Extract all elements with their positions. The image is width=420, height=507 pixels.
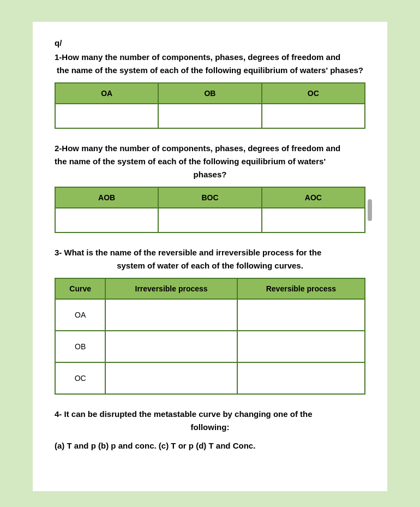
question-3: 3- What is the name of the reversible an… bbox=[55, 246, 365, 395]
table-row: OA bbox=[55, 299, 365, 331]
q3-line1: What is the name of the reversible and i… bbox=[62, 248, 321, 257]
q2-table: AOB BOC AOC bbox=[55, 187, 365, 233]
question-4: 4- It can be disrupted the metastable cu… bbox=[55, 408, 365, 452]
q3-row1-irreversible bbox=[105, 299, 237, 331]
q1-line1: How many the number of components, phase… bbox=[62, 52, 340, 62]
q3-line2: system of water of each of the following… bbox=[55, 259, 365, 272]
q3-row1-curve: OA bbox=[55, 299, 105, 331]
scrollbar[interactable] bbox=[368, 199, 372, 221]
q4-options: (a) T and p (b) p and conc. (c) T or p (… bbox=[55, 439, 365, 452]
q3-col3-header: Reversible process bbox=[237, 278, 365, 299]
q2-col2-header: BOC bbox=[158, 187, 261, 208]
q1-number: 1- bbox=[55, 52, 62, 62]
q3-row3-reversible bbox=[237, 362, 365, 394]
q1-col1-header: OA bbox=[55, 83, 158, 104]
q3-col1-header: Curve bbox=[55, 278, 105, 299]
q4-number: 4- bbox=[55, 409, 62, 419]
q1-cell-2 bbox=[158, 104, 261, 128]
question-1: 1-How many the number of components, pha… bbox=[55, 51, 365, 129]
table-row: OB bbox=[55, 331, 365, 362]
q4-line1: It can be disrupted the metastable curve… bbox=[62, 409, 312, 419]
q2-col1-header: AOB bbox=[55, 187, 158, 208]
q1-cell-1 bbox=[55, 104, 158, 128]
q2-cell-3 bbox=[262, 208, 365, 232]
q3-row3-curve: OC bbox=[55, 362, 105, 394]
q2-line2: the name of the system of each of the fo… bbox=[55, 157, 326, 166]
table-row: OC bbox=[55, 362, 365, 394]
q3-row1-reversible bbox=[237, 299, 365, 331]
question-1-text: 1-How many the number of components, pha… bbox=[55, 51, 365, 77]
q1-line2: the name of the system of each of the fo… bbox=[55, 64, 365, 77]
q3-table: Curve Irreversible process Reversible pr… bbox=[55, 278, 365, 395]
q3-number: 3- bbox=[55, 248, 62, 257]
q2-number: 2- bbox=[55, 144, 62, 153]
content-area: q/ 1-How many the number of components, … bbox=[33, 22, 387, 491]
q1-table: OA OB OC bbox=[55, 82, 365, 129]
table-row bbox=[55, 208, 365, 232]
q2-line1: How many the number of components, phase… bbox=[62, 144, 340, 153]
q2-cell-1 bbox=[55, 208, 158, 232]
q4-line2: following: bbox=[55, 421, 365, 434]
q3-row3-irreversible bbox=[105, 362, 237, 394]
question-4-text: 4- It can be disrupted the metastable cu… bbox=[55, 408, 365, 434]
question-2-text: 2-How many the number of components, pha… bbox=[55, 142, 365, 181]
q3-row2-irreversible bbox=[105, 331, 237, 362]
q1-col2-header: OB bbox=[158, 83, 261, 104]
q2-line3: phases? bbox=[55, 168, 365, 181]
q1-col3-header: OC bbox=[262, 83, 365, 104]
q2-cell-2 bbox=[158, 208, 261, 232]
q3-col2-header: Irreversible process bbox=[105, 278, 237, 299]
table-row bbox=[55, 104, 365, 128]
question-2: 2-How many the number of components, pha… bbox=[55, 142, 365, 233]
page-label: q/ bbox=[55, 38, 365, 47]
q2-table-container: AOB BOC AOC bbox=[55, 187, 365, 233]
q1-cell-3 bbox=[262, 104, 365, 128]
question-3-text: 3- What is the name of the reversible an… bbox=[55, 246, 365, 272]
q2-col3-header: AOC bbox=[262, 187, 365, 208]
q3-row2-reversible bbox=[237, 331, 365, 362]
q3-row2-curve: OB bbox=[55, 331, 105, 362]
